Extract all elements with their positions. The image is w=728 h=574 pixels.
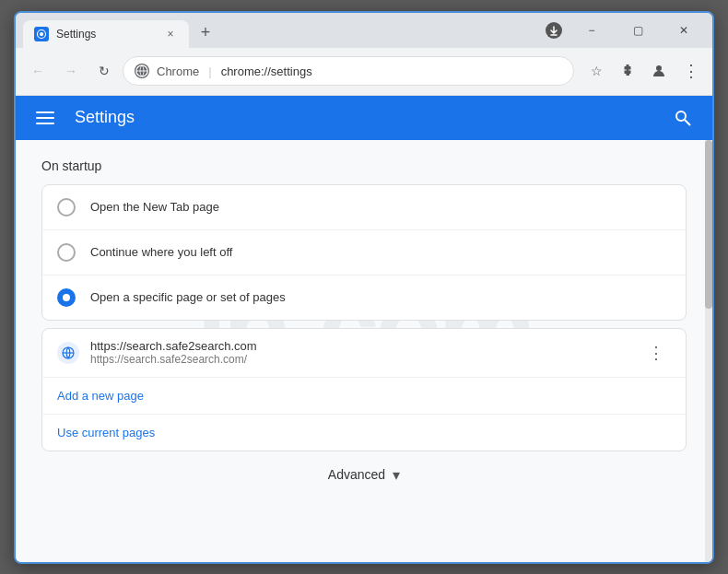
svg-point-4 [656,65,662,71]
svg-rect-6 [36,117,54,119]
startup-options-card: Open the New Tab pageContinue where you … [41,184,687,321]
settings-inner: ib-com On startup Open the New Tab pageC… [41,158,687,498]
new-tab-button[interactable]: + [193,20,218,46]
scrollbar-track[interactable] [705,140,712,562]
tab-area: Settings × + [23,13,537,48]
advanced-section: Advanced ▾ [41,451,687,498]
svg-rect-7 [36,123,54,124]
maximize-button[interactable]: ▢ [616,13,659,48]
radio-label-continue: Continue where you left off [90,245,232,259]
radio-option-specific[interactable]: Open a specific page or set of pages [42,275,686,320]
svg-rect-5 [36,111,54,113]
back-button[interactable]: ← [23,56,53,86]
radio-label-specific: Open a specific page or set of pages [90,290,286,304]
advanced-label[interactable]: Advanced [328,467,385,482]
close-button[interactable]: ✕ [663,13,705,48]
bookmark-button[interactable]: ☆ [581,56,611,86]
radio-option-continue[interactable]: Continue where you left off [42,230,686,275]
add-new-page-button[interactable]: Add a new page [42,378,686,415]
url-favicon [135,64,149,78]
startup-pages-card: https://search.safe2search.com https://s… [41,328,687,451]
settings-header: Settings [16,96,712,140]
radio-circle-new-tab [57,198,76,217]
title-bar-controls: − ▢ ✕ [541,13,705,48]
settings-search-button[interactable] [668,103,698,133]
chrome-menu-button[interactable]: ⋮ [675,56,705,86]
svg-line-9 [685,120,690,125]
radio-circle-continue [57,243,76,262]
address-bar: ← → ↻ Chrome | chrome://settings ☆ [16,48,712,96]
svg-point-8 [676,111,686,121]
globe-icon [57,342,79,364]
settings-tab[interactable]: Settings × [23,20,189,48]
page-options-button[interactable]: ⋮ [641,338,671,368]
settings-content: ib-com On startup Open the New Tab pageC… [16,140,712,562]
url-bar[interactable]: Chrome | chrome://settings [123,56,574,86]
profile-button[interactable] [644,56,674,86]
settings-page-title: Settings [75,108,653,127]
download-indicator[interactable] [541,18,567,43]
url-chrome-text: Chrome [157,64,199,78]
url-text: chrome://settings [221,64,312,78]
tab-title: Settings [56,28,156,41]
on-startup-section-title: On startup [41,158,687,173]
use-current-pages-button[interactable]: Use current pages [42,415,686,451]
radio-label-new-tab: Open the New Tab page [90,200,219,214]
browser-window: Settings × + − ▢ ✕ ← → ↻ [14,11,714,564]
svg-point-0 [41,32,42,34]
page-url-sub: https://search.safe2search.com/ [90,353,630,366]
page-url-block: https://search.safe2search.com https://s… [90,339,630,366]
scrollbar-thumb[interactable] [705,140,712,309]
page-url-main: https://search.safe2search.com [90,339,630,353]
radio-option-new-tab[interactable]: Open the New Tab page [42,185,686,230]
hamburger-menu-icon[interactable] [30,103,60,133]
tab-close-button[interactable]: × [163,27,178,41]
tab-favicon [34,27,49,41]
reload-button[interactable]: ↻ [89,56,119,86]
forward-button[interactable]: → [56,56,86,86]
minimize-button[interactable]: − [570,13,613,48]
extensions-button[interactable] [613,56,642,86]
advanced-chevron-icon[interactable]: ▾ [393,466,400,484]
startup-page-item: https://search.safe2search.com https://s… [42,329,686,378]
url-bar-actions: ☆ ⋮ [581,56,705,86]
radio-circle-specific [57,288,76,307]
title-bar: Settings × + − ▢ ✕ [16,13,712,48]
